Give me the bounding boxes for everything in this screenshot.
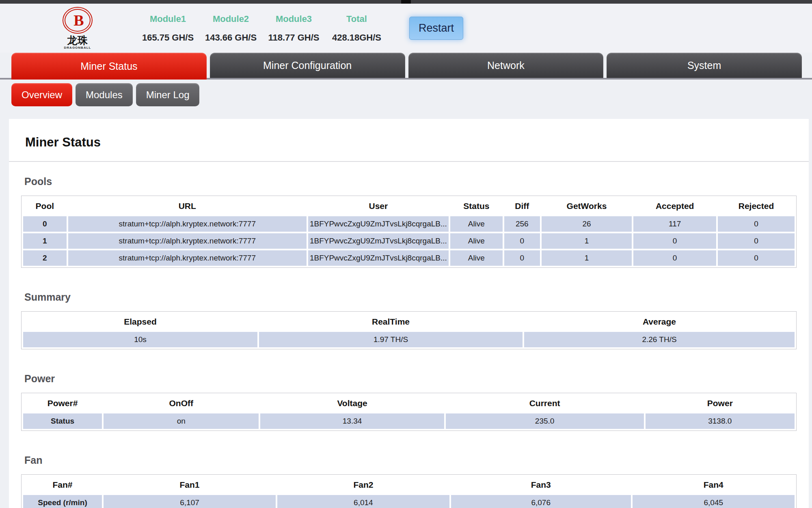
module3-label: Module3 bbox=[262, 14, 325, 24]
cell-fan3-speed: 6,076 bbox=[451, 495, 631, 508]
pools-header-row: Pool URL User Status Diff GetWorks Accep… bbox=[23, 198, 795, 215]
logo-subtext: DRAGONBALL bbox=[52, 46, 103, 50]
cell-realtime: 1.97 TH/S bbox=[259, 332, 523, 347]
table-row: Status on 13.34 235.0 3138.0 bbox=[23, 413, 795, 429]
cell-power-voltage: 13.34 bbox=[260, 413, 444, 429]
cell-pool-diff: 0 bbox=[504, 250, 540, 266]
header-cell: Accepted bbox=[633, 198, 716, 215]
total-value: 428.18GH/S bbox=[325, 32, 388, 43]
cell-elapsed: 10s bbox=[23, 332, 257, 347]
tab-miner-configuration[interactable]: Miner Configuration bbox=[210, 53, 405, 78]
fan-section-label: Fan bbox=[24, 454, 797, 466]
cell-pool-accepted: 0 bbox=[633, 233, 716, 249]
table-row: 2 stratum+tcp://alph.kryptex.network:777… bbox=[23, 250, 795, 266]
total-stat: Total 428.18GH/S bbox=[325, 14, 388, 43]
progress-playhead bbox=[401, 0, 411, 4]
cell-pool-getworks: 1 bbox=[542, 250, 632, 266]
header-cell: Power bbox=[646, 395, 795, 412]
brand-logo: B 龙珠 DRAGONBALL bbox=[52, 7, 103, 49]
video-progress-strip bbox=[0, 0, 812, 4]
power-header-row: Power# OnOff Voltage Current Power bbox=[23, 395, 795, 412]
cell-pool-rejected: 0 bbox=[718, 216, 795, 232]
power-section-label: Power bbox=[24, 373, 797, 385]
summary-table: Elapsed RealTime Average 10s 1.97 TH/S 2… bbox=[21, 311, 797, 349]
cell-pool-url: stratum+tcp://alph.kryptex.network:7777 bbox=[68, 233, 307, 249]
table-row: 10s 1.97 TH/S 2.26 TH/S bbox=[23, 332, 795, 347]
cell-fan1-speed: 6,107 bbox=[104, 495, 276, 508]
header-cell: GetWorks bbox=[542, 198, 632, 215]
logo-monogram: B bbox=[73, 13, 84, 28]
cell-pool-url: stratum+tcp://alph.kryptex.network:7777 bbox=[68, 250, 307, 266]
header-cell: Fan4 bbox=[633, 476, 795, 493]
module2-value: 143.66 GH/S bbox=[199, 32, 262, 43]
cell-pool-getworks: 1 bbox=[542, 233, 632, 249]
content-panel: Miner Status Pools Pool URL User Status … bbox=[9, 119, 809, 508]
header-cell: Pool bbox=[23, 198, 67, 215]
tab-miner-status[interactable]: Miner Status bbox=[11, 53, 207, 80]
total-label: Total bbox=[325, 14, 388, 24]
module3-value: 118.77 GH/S bbox=[262, 32, 325, 43]
title-divider bbox=[9, 161, 809, 162]
module2-label: Module2 bbox=[199, 14, 262, 24]
module1-value: 165.75 GH/S bbox=[136, 32, 199, 43]
module3-stat: Module3 118.77 GH/S bbox=[262, 14, 325, 43]
fan-header-row: Fan# Fan1 Fan2 Fan3 Fan4 bbox=[23, 476, 795, 493]
tab-system[interactable]: System bbox=[607, 53, 802, 78]
cell-average: 2.26 TH/S bbox=[524, 332, 795, 347]
cell-pool-getworks: 26 bbox=[542, 216, 632, 232]
cell-pool-id: 2 bbox=[23, 250, 67, 266]
app-header: B 龙珠 DRAGONBALL Module1 165.75 GH/S Modu… bbox=[0, 4, 812, 53]
header-cell: URL bbox=[68, 198, 307, 215]
cell-fan2-speed: 6,014 bbox=[277, 495, 449, 508]
summary-header-row: Elapsed RealTime Average bbox=[23, 313, 795, 330]
power-table: Power# OnOff Voltage Current Power Statu… bbox=[21, 393, 797, 431]
cell-fan4-speed: 6,045 bbox=[633, 495, 795, 508]
header-cell: Power# bbox=[23, 395, 102, 412]
header-cell: Fan2 bbox=[277, 476, 449, 493]
logo-chinese-text: 龙珠 bbox=[52, 35, 103, 45]
cell-pool-rejected: 0 bbox=[718, 250, 795, 266]
header-cell: Current bbox=[446, 395, 644, 412]
cell-power-rowlabel: Status bbox=[23, 413, 102, 429]
main-nav-tabs: Miner Status Miner Configuration Network… bbox=[0, 53, 812, 80]
cell-power-current: 235.0 bbox=[446, 413, 644, 429]
subtab-modules[interactable]: Modules bbox=[76, 83, 133, 106]
header-cell: Fan1 bbox=[104, 476, 276, 493]
sub-nav-tabs: Overview Modules Miner Log bbox=[11, 83, 812, 106]
header-cell: RealTime bbox=[259, 313, 523, 330]
header-cell: User bbox=[308, 198, 449, 215]
module2-stat: Module2 143.66 GH/S bbox=[199, 14, 262, 43]
header-cell: Status bbox=[450, 198, 503, 215]
subtab-overview[interactable]: Overview bbox=[11, 83, 72, 106]
header-cell: Voltage bbox=[260, 395, 444, 412]
header-cell: Fan# bbox=[23, 476, 102, 493]
restart-button[interactable]: Restart bbox=[409, 17, 463, 40]
cell-fan-rowlabel: Speed (r/min) bbox=[23, 495, 102, 508]
module1-stat: Module1 165.75 GH/S bbox=[136, 14, 199, 43]
cell-power-onoff: on bbox=[104, 413, 259, 429]
cell-pool-status: Alive bbox=[450, 216, 503, 232]
cell-pool-diff: 256 bbox=[504, 216, 540, 232]
cell-pool-accepted: 117 bbox=[633, 216, 716, 232]
pools-section-label: Pools bbox=[24, 176, 797, 187]
header-cell: Rejected bbox=[718, 198, 795, 215]
cell-pool-rejected: 0 bbox=[718, 233, 795, 249]
header-cell: Fan3 bbox=[451, 476, 631, 493]
dragonball-logo-icon: B bbox=[63, 7, 93, 34]
cell-pool-user: 1BFYPwvcZxgU9ZmJTvsLkj8cqrgaLB... bbox=[308, 233, 449, 249]
module1-label: Module1 bbox=[136, 14, 199, 24]
summary-section-label: Summary bbox=[24, 291, 797, 303]
header-cell: Average bbox=[524, 313, 795, 330]
cell-pool-user: 1BFYPwvcZxgU9ZmJTvsLkj8cqrgaLB... bbox=[308, 216, 449, 232]
fan-table: Fan# Fan1 Fan2 Fan3 Fan4 Speed (r/min) 6… bbox=[21, 474, 797, 508]
cell-pool-user: 1BFYPwvcZxgU9ZmJTvsLkj8cqrgaLB... bbox=[308, 250, 449, 266]
tab-network[interactable]: Network bbox=[408, 53, 604, 78]
cell-pool-status: Alive bbox=[450, 250, 503, 266]
cell-pool-id: 1 bbox=[23, 233, 67, 249]
table-row: 1 stratum+tcp://alph.kryptex.network:777… bbox=[23, 233, 795, 249]
table-row: 0 stratum+tcp://alph.kryptex.network:777… bbox=[23, 216, 795, 232]
cell-pool-url: stratum+tcp://alph.kryptex.network:7777 bbox=[68, 216, 307, 232]
subtab-miner-log[interactable]: Miner Log bbox=[136, 83, 200, 106]
hashrate-summary: Module1 165.75 GH/S Module2 143.66 GH/S … bbox=[136, 14, 388, 43]
cell-pool-id: 0 bbox=[23, 216, 67, 232]
